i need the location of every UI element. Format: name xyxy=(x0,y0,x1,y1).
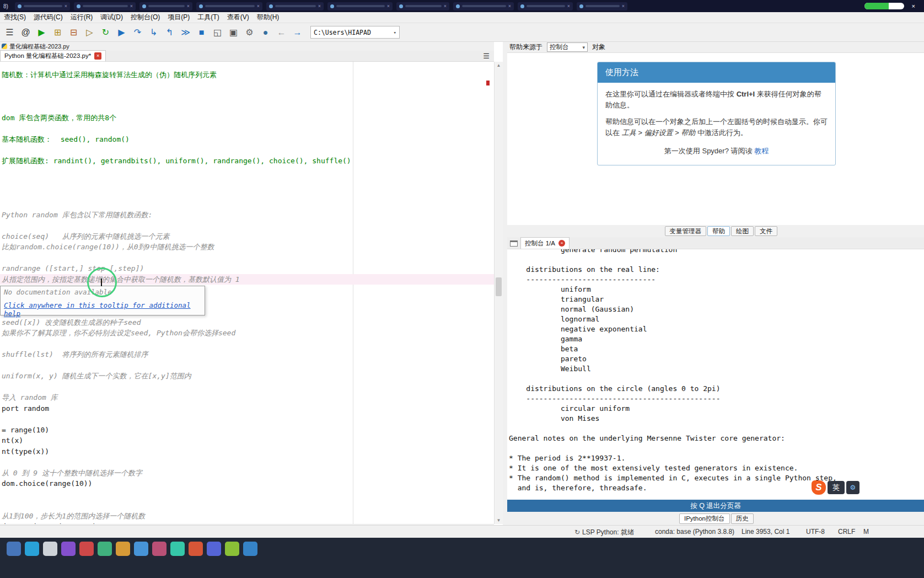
close-icon[interactable]: × xyxy=(94,52,101,60)
menu-item[interactable]: 调试(D) xyxy=(96,12,127,23)
panel-tab[interactable]: 变量管理器 xyxy=(665,226,707,236)
console-line: normal (Gaussian) xyxy=(507,304,924,314)
panel-tab[interactable]: 帮助 xyxy=(707,226,730,236)
run-cell-icon[interactable]: ⊞ xyxy=(50,25,65,40)
run-cell-advance-icon[interactable]: ⊟ xyxy=(66,25,81,40)
step-return-icon[interactable]: ↰ xyxy=(162,25,177,40)
debug-continue-icon[interactable]: ≫ xyxy=(178,25,193,40)
chevron-down-icon[interactable]: ▾ xyxy=(394,30,396,35)
symbol-search-icon[interactable]: @ xyxy=(18,25,33,40)
editor-line: port random xyxy=(0,403,494,414)
taskbar-app-icon[interactable] xyxy=(116,542,130,556)
menu-item[interactable]: 源代码(C) xyxy=(30,12,67,23)
taskbar-app-icon[interactable] xyxy=(43,542,57,556)
console-bottom-tab[interactable]: 历史 xyxy=(731,513,754,524)
rerun-cell-icon[interactable]: ↻ xyxy=(98,25,113,40)
console-bottom-tab[interactable]: IPython控制台 xyxy=(679,513,730,524)
browser-tab[interactable]: × xyxy=(577,2,627,10)
run-file-icon[interactable]: ▶ xyxy=(34,25,49,40)
preferences-wrench-icon[interactable]: ⚙ xyxy=(242,25,257,40)
step-into-icon[interactable]: ↳ xyxy=(146,25,161,40)
close-icon[interactable]: × xyxy=(387,3,390,9)
editor-line xyxy=(0,145,494,156)
close-icon[interactable]: × xyxy=(508,3,511,9)
menu-item[interactable]: 工具(T) xyxy=(194,12,223,23)
taskbar-app-icon[interactable] xyxy=(79,542,94,556)
forward-icon[interactable]: → xyxy=(290,25,305,40)
console-tab[interactable]: 控制台 1/A × xyxy=(520,237,570,249)
fullscreen-icon[interactable]: ▣ xyxy=(226,25,241,40)
close-icon[interactable]: × xyxy=(257,3,260,9)
taskbar-app-icon[interactable] xyxy=(61,542,76,556)
menu-item[interactable]: 运行(R) xyxy=(67,12,97,23)
menu-item[interactable]: 查看(V) xyxy=(223,12,253,23)
editor-tab[interactable]: Python 量化编程基础-2023.py* × xyxy=(0,50,106,61)
tooltip-link[interactable]: Click anywhere in this tooltip for addit… xyxy=(4,301,201,318)
close-icon[interactable]: × xyxy=(130,3,133,9)
browser-tab[interactable]: × xyxy=(15,2,70,10)
pane-options-icon[interactable]: ☰ xyxy=(483,52,490,60)
browser-tab[interactable]: × xyxy=(327,2,393,10)
editor-line xyxy=(0,199,494,210)
chevron-down-icon[interactable]: ▾ xyxy=(582,45,585,50)
debug-file-icon[interactable]: ▶ xyxy=(114,25,129,40)
menu-item[interactable]: 查找(S) xyxy=(0,12,30,23)
hamburger-menu-icon[interactable]: ☰ xyxy=(2,25,17,40)
close-icon[interactable]: × xyxy=(567,3,570,9)
taskbar-app-icon[interactable] xyxy=(170,542,185,556)
console-line: General notes on the underlying Mersenne… xyxy=(507,434,924,443)
menu-item[interactable]: 控制台(O) xyxy=(127,12,164,23)
browser-tab[interactable]: × xyxy=(139,2,192,10)
scroll-up-icon[interactable]: ▲ xyxy=(495,63,503,68)
taskbar-app-icon[interactable] xyxy=(189,542,203,556)
close-icon[interactable]: × xyxy=(444,3,447,9)
taskbar-app-icon[interactable] xyxy=(25,542,39,556)
help-source-combo[interactable]: 控制台 ▾ xyxy=(547,42,588,52)
run-selection-icon[interactable]: ▷ xyxy=(82,25,97,40)
help-source-label: 帮助来源于 xyxy=(509,42,542,52)
close-icon[interactable]: × xyxy=(318,3,321,9)
scroll-down-icon[interactable]: ▼ xyxy=(495,518,503,523)
terminal-icon[interactable] xyxy=(510,240,518,247)
browser-tab[interactable]: × xyxy=(396,2,449,10)
taskbar-app-icon[interactable] xyxy=(134,542,148,556)
maximize-pane-icon[interactable]: ◱ xyxy=(210,25,225,40)
taskbar-app-icon[interactable] xyxy=(7,542,21,556)
close-icon[interactable]: × xyxy=(187,3,190,9)
close-icon[interactable]: × xyxy=(912,3,915,9)
browser-tab[interactable]: × xyxy=(518,2,573,10)
pane-splitter[interactable] xyxy=(503,42,507,525)
ime-language[interactable]: 英 xyxy=(828,481,845,494)
taskbar-app-icon[interactable] xyxy=(152,542,166,556)
editor-vertical-scrollbar[interactable]: ▲ ▼ xyxy=(494,62,503,524)
scrollbar-thumb[interactable] xyxy=(496,277,502,296)
taskbar-app-icon[interactable] xyxy=(207,542,221,556)
taskbar-app-icon[interactable] xyxy=(243,542,257,556)
ime-toolbox-icon[interactable]: ⚙ xyxy=(846,481,859,494)
menu-item[interactable]: 项目(P) xyxy=(164,12,194,23)
menu-item[interactable]: 帮助(H) xyxy=(253,12,283,23)
back-icon[interactable]: ← xyxy=(274,25,289,40)
sogou-icon[interactable]: S xyxy=(812,480,826,495)
close-icon[interactable]: × xyxy=(65,3,67,9)
python-env-icon[interactable]: ● xyxy=(258,25,273,40)
console-line xyxy=(507,443,924,453)
console-output[interactable]: generate random permutation distribution… xyxy=(507,249,924,500)
step-over-icon[interactable]: ↷ xyxy=(130,25,145,40)
code-editor[interactable]: 随机数：计算机中通过采用梅森旋转算法生成的（伪）随机序列元素dom 库包含两类函… xyxy=(0,62,494,524)
close-icon[interactable]: × xyxy=(622,3,625,9)
panel-tab[interactable]: 绘图 xyxy=(731,226,754,236)
debug-stop-icon[interactable]: ■ xyxy=(194,25,209,40)
browser-tab[interactable]: × xyxy=(196,2,262,10)
editor-line: 比如random.choice(range(10))，从0到9中随机挑选一个整数 xyxy=(0,242,494,253)
taskbar-app-icon[interactable] xyxy=(98,542,112,556)
editor-line xyxy=(0,414,494,425)
browser-tab[interactable]: × xyxy=(266,2,324,10)
browser-tab[interactable]: × xyxy=(453,2,514,10)
working-directory-combo[interactable]: C:\Users\HIAPAD ▾ xyxy=(310,26,400,39)
close-icon[interactable]: × xyxy=(558,240,565,247)
browser-tab[interactable]: × xyxy=(74,2,136,10)
panel-tab[interactable]: 文件 xyxy=(755,226,777,236)
tutorial-link[interactable]: 教程 xyxy=(754,147,769,155)
taskbar-app-icon[interactable] xyxy=(225,542,239,556)
